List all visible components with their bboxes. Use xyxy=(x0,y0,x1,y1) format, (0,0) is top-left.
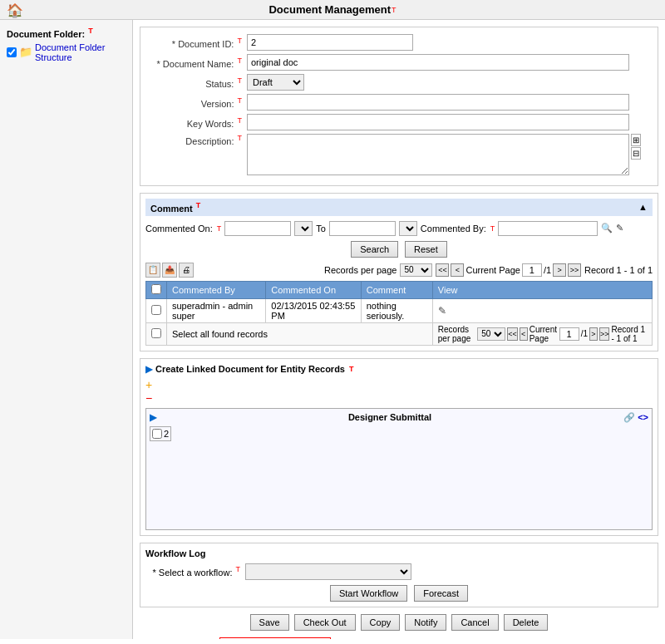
designer-collapse-icon[interactable]: ▶ xyxy=(150,412,156,423)
next-page-btn[interactable]: > xyxy=(553,263,566,277)
bottom-last-btn[interactable]: >> xyxy=(599,327,610,341)
print-icon[interactable]: 🖨 xyxy=(179,263,194,278)
bottom-page-input[interactable] xyxy=(559,327,579,341)
select-all-found-checkbox[interactable] xyxy=(151,328,161,338)
folder-checkbox[interactable] xyxy=(7,47,17,57)
linked-doc-section: ▶ Create Linked Document for Entity Reco… xyxy=(140,358,658,536)
workflow-select-label: * Select a workflow: T xyxy=(145,565,245,578)
commented-by-label: Commented By: xyxy=(421,224,486,234)
pagination-bottom: Records per page 50 << < Current Page /1… xyxy=(438,325,647,343)
designer-submittal: ▶ Designer Submittal 🔗 <> 2 xyxy=(145,408,653,530)
th-commented-by[interactable]: Commented By xyxy=(167,281,266,298)
current-page-input[interactable] xyxy=(522,263,542,277)
document-name-label: * Document Name: T xyxy=(147,57,247,69)
start-workflow-button[interactable]: Start Workflow xyxy=(330,585,407,602)
first-page-btn[interactable]: << xyxy=(436,263,449,277)
description-row: Description: T ⊞ ⊟ xyxy=(147,134,651,175)
bottom-prev-btn[interactable]: < xyxy=(520,327,528,341)
table-row: superadmin - admin super 02/13/2015 02:4… xyxy=(146,298,653,322)
commented-on-to-select[interactable] xyxy=(399,221,417,236)
document-id-input[interactable] xyxy=(247,34,413,51)
search-document-link[interactable]: Search Document T xyxy=(498,637,579,639)
comment-header: Comment T ▲ xyxy=(145,199,653,216)
bottom-perpage-select[interactable]: 50 xyxy=(477,327,505,341)
status-label: Status: T xyxy=(147,76,247,89)
copy-button[interactable]: Copy xyxy=(361,614,401,631)
remove-linked-doc-icon[interactable]: − xyxy=(145,391,653,405)
document-id-label: * Document ID: T xyxy=(147,37,247,49)
sidebar: Document Folder: T 📁 Document Folder Str… xyxy=(0,20,133,639)
document-form: * Document ID: T * Document Name: T Stat… xyxy=(140,27,658,186)
external-icon[interactable]: ⊟ xyxy=(631,147,641,160)
edit-small-icon[interactable]: ✎ xyxy=(616,223,623,234)
description-textarea[interactable] xyxy=(247,134,629,175)
bottom-action-buttons: Save Check Out Copy Notify Cancel Delete xyxy=(140,614,658,631)
folder-icon: 📁 xyxy=(19,46,32,58)
home-button[interactable]: 🏠 xyxy=(7,2,23,17)
status-row: Status: T Draft Final Archived xyxy=(147,74,651,91)
online-document-markup-link[interactable]: Online Document Markup xyxy=(219,637,332,639)
row-comment: nothing seriously. xyxy=(361,298,432,322)
commented-on-from-select[interactable] xyxy=(294,221,313,236)
select-all-row: Select all found records Records per pag… xyxy=(146,322,653,345)
th-comment[interactable]: Comment xyxy=(361,281,432,298)
th-select-all[interactable] xyxy=(146,281,167,298)
folder-link[interactable]: Document Folder Structure xyxy=(35,42,126,62)
bottom-links: Online Document Markup View History T Ge… xyxy=(140,637,658,639)
comment-table-toolbar: 📋 📤 🖨 Records per page 50 25 100 << < Cu… xyxy=(145,263,653,278)
comment-section: Comment T ▲ Commented On: T To Commented… xyxy=(140,193,658,351)
total-pages: /1 xyxy=(544,265,551,275)
row-edit-icon[interactable]: ✎ xyxy=(438,305,446,317)
save-button[interactable]: Save xyxy=(250,614,289,631)
search-small-icon[interactable]: 🔍 xyxy=(601,223,613,234)
comment-collapse-icon[interactable]: ▲ xyxy=(638,202,648,212)
current-page-label: Current Page xyxy=(466,265,520,275)
comment-search-button[interactable]: Search xyxy=(351,241,398,258)
linked-doc-collapse-icon[interactable]: ▶ xyxy=(145,364,152,375)
add-comment-icon[interactable]: 📋 xyxy=(145,263,160,278)
bottom-next-btn[interactable]: > xyxy=(589,327,598,341)
forecast-button[interactable]: Forecast xyxy=(414,585,468,602)
commented-on-from-input[interactable] xyxy=(224,221,291,236)
description-label: Description: T xyxy=(147,134,247,146)
designer-code-icon[interactable]: <> xyxy=(638,412,648,422)
bottom-first-btn[interactable]: << xyxy=(507,327,518,341)
th-view[interactable]: View xyxy=(432,281,652,298)
workflow-select[interactable] xyxy=(245,563,411,580)
keywords-input[interactable] xyxy=(247,114,629,130)
designer-action-icons: 🔗 <> xyxy=(623,412,648,423)
comment-table: Commented By Commented On Comment View s… xyxy=(145,281,653,346)
add-linked-doc-icon[interactable]: + xyxy=(145,378,653,391)
linked-doc-header: ▶ Create Linked Document for Entity Reco… xyxy=(145,364,653,375)
last-page-btn[interactable]: >> xyxy=(568,263,581,277)
sidebar-title: Document Folder: T xyxy=(7,27,126,39)
th-commented-on[interactable]: Commented On xyxy=(266,281,361,298)
delete-button[interactable]: Delete xyxy=(504,614,549,631)
get-latest-version-link[interactable]: Get Latest Version T xyxy=(406,637,490,639)
sidebar-folder-item[interactable]: 📁 Document Folder Structure xyxy=(7,42,126,62)
records-per-page-label: Records per page xyxy=(324,265,397,275)
check-out-button[interactable]: Check Out xyxy=(294,614,356,631)
prev-page-btn[interactable]: < xyxy=(451,263,464,277)
designer-record-checkbox[interactable] xyxy=(152,429,162,439)
status-select[interactable]: Draft Final Archived xyxy=(247,74,304,91)
notify-button[interactable]: Notify xyxy=(405,614,446,631)
view-history-link[interactable]: View History T xyxy=(339,637,398,639)
workflow-buttons: Start Workflow Forecast xyxy=(145,585,653,602)
main-content: * Document ID: T * Document Name: T Stat… xyxy=(133,20,665,639)
version-input[interactable] xyxy=(247,94,629,111)
row-checkbox[interactable] xyxy=(151,305,161,315)
export-icon[interactable]: 📤 xyxy=(162,263,177,278)
document-name-input[interactable] xyxy=(247,54,629,71)
records-per-page-select[interactable]: 50 25 100 xyxy=(400,263,432,277)
comment-reset-button[interactable]: Reset xyxy=(405,241,447,258)
title-type-indicator: T xyxy=(392,6,397,14)
designer-link-icon[interactable]: 🔗 xyxy=(623,412,635,422)
expand-icon[interactable]: ⊞ xyxy=(631,134,641,146)
toolbar-right: Records per page 50 25 100 << < Current … xyxy=(324,263,653,277)
commented-on-to-input[interactable] xyxy=(329,221,396,236)
select-all-pagination-cell: Records per page 50 << < Current Page /1… xyxy=(432,322,652,345)
select-all-checkbox[interactable] xyxy=(151,284,161,294)
cancel-button[interactable]: Cancel xyxy=(451,614,498,631)
commented-by-input[interactable] xyxy=(498,221,598,236)
